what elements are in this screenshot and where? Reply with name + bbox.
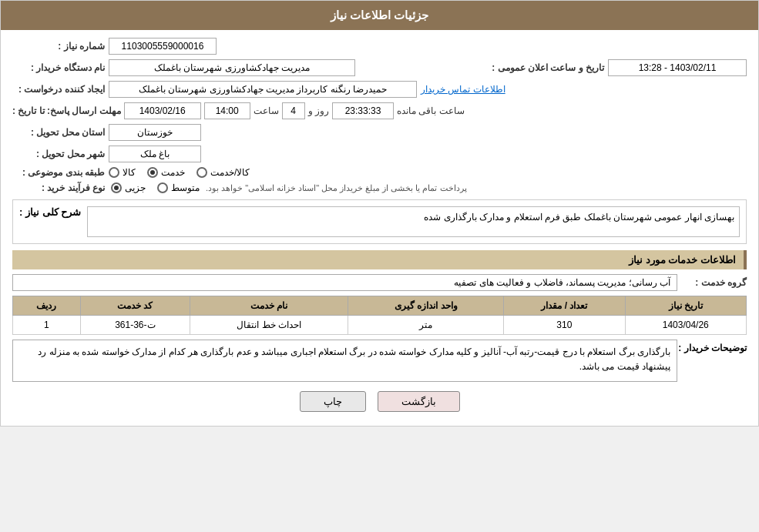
col-service-name: نام خدمت: [190, 296, 348, 316]
category-label: طبقه بندی موضوعی :: [12, 167, 105, 178]
buyer-notes-section: توضیحات خریدار : بارگذاری برگ استعلام با…: [12, 340, 747, 382]
page-header: جزئیات اطلاعات نیاز: [1, 1, 758, 30]
print-button[interactable]: چاپ: [300, 391, 366, 412]
table-row: 1403/04/26 310 متر احداث خط انتقال ت-36-…: [13, 316, 747, 335]
deadline-time-label: ساعت: [254, 105, 279, 116]
city-value: باغ ملک: [109, 146, 201, 162]
purchase-jozii-item: جزیی: [111, 182, 146, 193]
category-kala-khedmat-item: کالا/خدمت: [196, 167, 250, 178]
service-group-row: گروه خدمت : آب رسانی؛ مدیریت پسماند، فاض…: [12, 274, 747, 291]
purchase-jozii-label: جزیی: [125, 182, 146, 193]
category-kala-khedmat-label: کالا/خدمت: [210, 167, 250, 178]
deadline-days: 4: [282, 102, 305, 119]
purchase-type-label: نوع فرآیند خرید :: [12, 182, 105, 193]
purchase-motavasset-radio[interactable]: [157, 182, 168, 193]
purchase-motavasset-item: متوسط: [157, 182, 200, 193]
col-row-num: ردیف: [13, 296, 81, 316]
col-service-code: کد خدمت: [80, 296, 190, 316]
cell-qty: 310: [504, 316, 625, 335]
creator-label: ایجاد کننده درخواست :: [12, 84, 105, 95]
category-kala-radio[interactable]: [109, 167, 119, 178]
deadline-clock: 23:33:33: [332, 102, 394, 119]
page-title: جزئیات اطلاعات نیاز: [331, 8, 428, 22]
deadline-time: 14:00: [204, 102, 250, 119]
description-label: شرح کلی نیاز :: [19, 206, 81, 218]
need-number-label: شماره نیاز :: [12, 41, 105, 52]
back-button[interactable]: بازگشت: [378, 391, 460, 412]
category-radio-group: کالا/خدمت خدمت کالا: [109, 167, 250, 178]
buyer-notes-label: توضیحات خریدار :: [677, 340, 747, 353]
buyer-org-label: نام دستگاه خریدار :: [12, 62, 105, 73]
purchase-motavasset-label: متوسط: [171, 182, 200, 193]
announce-date-label: تاریخ و ساعت اعلان عمومی :: [492, 62, 604, 73]
category-khedmat-label: خدمت: [161, 167, 185, 178]
creator-value: حمیدرضا رنگنه کاربرداز مدیریت جهادکشاورز…: [109, 81, 417, 98]
category-kala-label: کالا: [123, 167, 136, 178]
cell-row-num: 1: [13, 316, 81, 335]
service-group-label: گروه خدمت :: [677, 277, 747, 288]
col-unit: واحد اندازه گیری: [348, 296, 504, 316]
category-khedmat-radio[interactable]: [147, 167, 158, 178]
purchase-notice: پرداخت تمام یا بخشی از مبلغ خریداز محل "…: [206, 183, 467, 193]
deadline-days-label: روز و: [308, 105, 329, 116]
city-label: شهر محل تحویل :: [12, 149, 105, 159]
cell-unit: متر: [348, 316, 504, 335]
province-label: استان محل تحویل :: [12, 127, 105, 138]
description-value: بهسازی انهار عمومی شهرستان باغملک طبق فر…: [87, 206, 740, 237]
services-table: تاریخ نیاز تعداد / مقدار واحد اندازه گیر…: [12, 296, 747, 335]
purchase-type-radio-group: متوسط جزیی: [111, 182, 200, 193]
category-kala-khedmat-radio[interactable]: [196, 167, 207, 178]
buyer-notes-value: بارگذاری برگ استعلام با درج قیمت-رتبه آب…: [12, 340, 677, 382]
service-group-value: آب رسانی؛ مدیریت پسماند، فاضلاب و فعالیت…: [12, 274, 677, 291]
services-section-title: اطلاعات خدمات مورد نیاز: [12, 250, 747, 269]
category-kala-item: کالا: [109, 167, 136, 178]
cell-service-name: احداث خط انتقال: [190, 316, 348, 335]
cell-date: 1403/04/26: [625, 316, 746, 335]
deadline-date: 1403/02/16: [124, 102, 201, 119]
action-buttons: بازگشت چاپ: [12, 391, 747, 412]
cell-service-code: ت-36-361: [80, 316, 190, 335]
announce-date-value: 1403/02/11 - 13:28: [608, 59, 747, 76]
deadline-label: مهلت ارسال پاسخ: تا تاریخ :: [12, 105, 121, 116]
province-value: خوزستان: [109, 124, 201, 141]
category-khedmat-item: خدمت: [147, 167, 185, 178]
need-number-value: 1103005559000016: [109, 38, 217, 55]
buyer-org-value: مدیریت جهادکشاورزی شهرستان باغملک: [109, 59, 355, 76]
contact-link[interactable]: اطلاعات تماس خریدار: [421, 84, 505, 95]
col-date: تاریخ نیاز: [625, 296, 746, 316]
col-qty: تعداد / مقدار: [504, 296, 625, 316]
purchase-jozii-radio[interactable]: [111, 182, 122, 193]
deadline-remaining-label: ساعت باقی مانده: [397, 105, 465, 116]
